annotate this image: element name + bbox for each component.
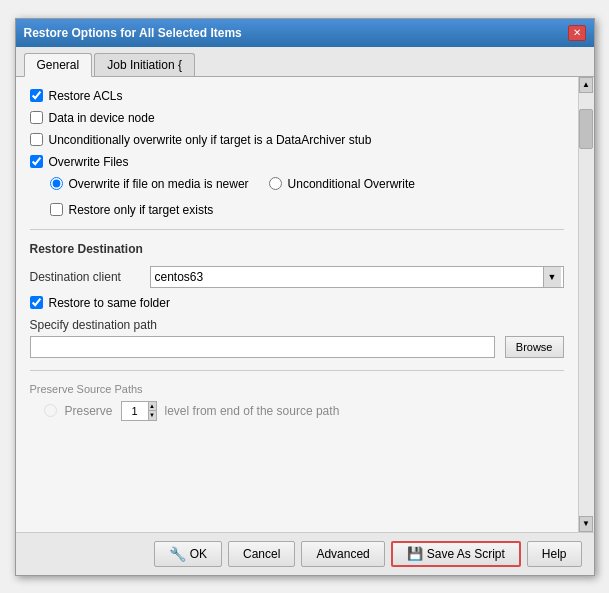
spin-down-button[interactable]: ▼ [149, 411, 156, 420]
title-bar: Restore Options for All Selected Items ✕ [16, 19, 594, 47]
spin-buttons: ▲ ▼ [148, 402, 156, 420]
scrollbar[interactable]: ▲ ▼ [578, 77, 594, 532]
overwrite-files-checkbox[interactable] [30, 155, 43, 168]
combo-arrow-icon: ▼ [543, 267, 561, 287]
ok-button[interactable]: 🔧 OK [154, 541, 222, 567]
overwrite-newer-row: Overwrite if file on media is newer [50, 177, 249, 191]
spin-up-button[interactable]: ▲ [149, 402, 156, 412]
dest-path-input[interactable] [30, 336, 495, 358]
close-button[interactable]: ✕ [568, 25, 586, 41]
restore-same-folder-row: Restore to same folder [30, 296, 564, 310]
content-area: Restore ACLs Data in device node Uncondi… [16, 77, 594, 532]
ok-icon: 🔧 [169, 546, 186, 562]
unconditionally-row: Unconditionally overwrite only if target… [30, 133, 564, 147]
unconditional-overwrite-label: Unconditional Overwrite [288, 177, 415, 191]
preserve-label: Preserve [65, 404, 113, 418]
restore-same-folder-checkbox[interactable] [30, 296, 43, 309]
preserve-row: Preserve ▲ ▼ level from end of the sourc… [44, 401, 564, 421]
data-device-row: Data in device node [30, 111, 564, 125]
dest-path-row: Browse [30, 336, 564, 358]
overwrite-radio-group: Overwrite if file on media is newer Unco… [50, 177, 564, 197]
tab-job-initiation[interactable]: Job Initiation { [94, 53, 195, 76]
overwrite-newer-label: Overwrite if file on media is newer [69, 177, 249, 191]
save-icon: 💾 [407, 546, 423, 561]
level-suffix-label: level from end of the source path [165, 404, 340, 418]
unconditional-overwrite-row: Unconditional Overwrite [269, 177, 415, 191]
restore-acls-label: Restore ACLs [49, 89, 123, 103]
dest-client-label: Destination client [30, 270, 140, 284]
unconditional-overwrite-radio[interactable] [269, 177, 282, 190]
dest-client-combo[interactable]: centos63 ▼ [150, 266, 564, 288]
restore-only-label: Restore only if target exists [69, 203, 214, 217]
browse-button[interactable]: Browse [505, 336, 564, 358]
advanced-button[interactable]: Advanced [301, 541, 384, 567]
restore-only-checkbox[interactable] [50, 203, 63, 216]
level-spinner[interactable]: ▲ ▼ [121, 401, 157, 421]
data-device-label: Data in device node [49, 111, 155, 125]
scroll-down-arrow[interactable]: ▼ [579, 516, 593, 532]
scroll-thumb[interactable] [579, 109, 593, 149]
overwrite-newer-radio[interactable] [50, 177, 63, 190]
level-input[interactable] [122, 402, 148, 420]
scroll-up-arrow[interactable]: ▲ [579, 77, 593, 93]
restore-acls-row: Restore ACLs [30, 89, 564, 103]
tab-bar: General Job Initiation { [16, 47, 594, 77]
dest-client-row: Destination client centos63 ▼ [30, 266, 564, 288]
help-button[interactable]: Help [527, 541, 582, 567]
main-panel: Restore ACLs Data in device node Uncondi… [16, 77, 578, 532]
unconditionally-label: Unconditionally overwrite only if target… [49, 133, 372, 147]
unconditionally-checkbox[interactable] [30, 133, 43, 146]
restore-same-folder-label: Restore to same folder [49, 296, 170, 310]
preserve-radio[interactable] [44, 404, 57, 417]
restore-only-row: Restore only if target exists [50, 203, 564, 217]
data-device-checkbox[interactable] [30, 111, 43, 124]
preserve-section-label: Preserve Source Paths [30, 383, 564, 395]
overwrite-files-label: Overwrite Files [49, 155, 129, 169]
specify-dest-label: Specify destination path [30, 318, 564, 332]
cancel-button[interactable]: Cancel [228, 541, 295, 567]
restore-destination-section: Restore Destination [30, 242, 564, 256]
restore-acls-checkbox[interactable] [30, 89, 43, 102]
save-as-script-button[interactable]: 💾 Save As Script [391, 541, 521, 567]
main-window: Restore Options for All Selected Items ✕… [15, 18, 595, 576]
overwrite-files-row: Overwrite Files [30, 155, 564, 169]
window-title: Restore Options for All Selected Items [24, 26, 242, 40]
bottom-bar: 🔧 OK Cancel Advanced 💾 Save As Script He… [16, 532, 594, 575]
tab-general[interactable]: General [24, 53, 93, 77]
